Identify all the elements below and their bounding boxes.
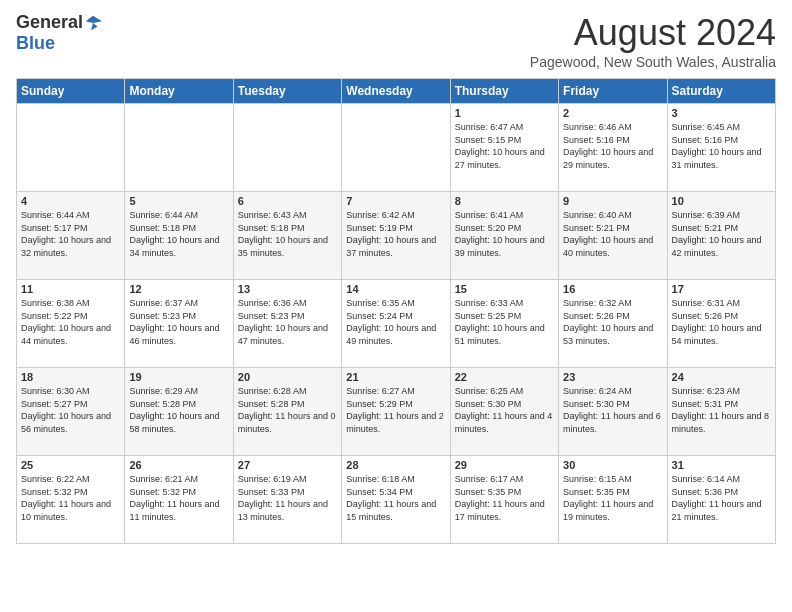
day-number: 9 [563,195,662,207]
day-info: Sunrise: 6:37 AM Sunset: 5:23 PM Dayligh… [129,297,228,347]
day-info: Sunrise: 6:19 AM Sunset: 5:33 PM Dayligh… [238,473,337,523]
day-info: Sunrise: 6:47 AM Sunset: 5:15 PM Dayligh… [455,121,554,171]
day-number: 31 [672,459,771,471]
day-info: Sunrise: 6:38 AM Sunset: 5:22 PM Dayligh… [21,297,120,347]
day-number: 2 [563,107,662,119]
day-number: 6 [238,195,337,207]
day-info: Sunrise: 6:45 AM Sunset: 5:16 PM Dayligh… [672,121,771,171]
day-number: 3 [672,107,771,119]
title-area: August 2024 Pagewood, New South Wales, A… [530,12,776,70]
table-row: 4Sunrise: 6:44 AM Sunset: 5:17 PM Daylig… [17,192,125,280]
table-row: 22Sunrise: 6:25 AM Sunset: 5:30 PM Dayli… [450,368,558,456]
table-row: 31Sunrise: 6:14 AM Sunset: 5:36 PM Dayli… [667,456,775,544]
day-info: Sunrise: 6:41 AM Sunset: 5:20 PM Dayligh… [455,209,554,259]
day-number: 18 [21,371,120,383]
table-row: 25Sunrise: 6:22 AM Sunset: 5:32 PM Dayli… [17,456,125,544]
table-row: 26Sunrise: 6:21 AM Sunset: 5:32 PM Dayli… [125,456,233,544]
table-row [233,104,341,192]
location-title: Pagewood, New South Wales, Australia [530,54,776,70]
day-number: 8 [455,195,554,207]
day-info: Sunrise: 6:32 AM Sunset: 5:26 PM Dayligh… [563,297,662,347]
week-row-0: 1Sunrise: 6:47 AM Sunset: 5:15 PM Daylig… [17,104,776,192]
table-row [17,104,125,192]
day-info: Sunrise: 6:18 AM Sunset: 5:34 PM Dayligh… [346,473,445,523]
day-number: 27 [238,459,337,471]
day-info: Sunrise: 6:25 AM Sunset: 5:30 PM Dayligh… [455,385,554,435]
day-number: 16 [563,283,662,295]
day-info: Sunrise: 6:22 AM Sunset: 5:32 PM Dayligh… [21,473,120,523]
calendar-table: Sunday Monday Tuesday Wednesday Thursday… [16,78,776,544]
table-row: 16Sunrise: 6:32 AM Sunset: 5:26 PM Dayli… [559,280,667,368]
day-number: 25 [21,459,120,471]
day-info: Sunrise: 6:44 AM Sunset: 5:18 PM Dayligh… [129,209,228,259]
day-info: Sunrise: 6:24 AM Sunset: 5:30 PM Dayligh… [563,385,662,435]
day-info: Sunrise: 6:30 AM Sunset: 5:27 PM Dayligh… [21,385,120,435]
table-row: 2Sunrise: 6:46 AM Sunset: 5:16 PM Daylig… [559,104,667,192]
day-number: 4 [21,195,120,207]
day-info: Sunrise: 6:28 AM Sunset: 5:28 PM Dayligh… [238,385,337,435]
table-row: 21Sunrise: 6:27 AM Sunset: 5:29 PM Dayli… [342,368,450,456]
col-monday: Monday [125,79,233,104]
day-number: 14 [346,283,445,295]
day-number: 13 [238,283,337,295]
table-row [342,104,450,192]
header: General Blue August 2024 Pagewood, New S… [16,12,776,70]
col-wednesday: Wednesday [342,79,450,104]
day-info: Sunrise: 6:40 AM Sunset: 5:21 PM Dayligh… [563,209,662,259]
day-info: Sunrise: 6:15 AM Sunset: 5:35 PM Dayligh… [563,473,662,523]
day-number: 30 [563,459,662,471]
day-number: 20 [238,371,337,383]
day-info: Sunrise: 6:46 AM Sunset: 5:16 PM Dayligh… [563,121,662,171]
day-number: 23 [563,371,662,383]
day-number: 12 [129,283,228,295]
col-tuesday: Tuesday [233,79,341,104]
day-info: Sunrise: 6:33 AM Sunset: 5:25 PM Dayligh… [455,297,554,347]
table-row: 14Sunrise: 6:35 AM Sunset: 5:24 PM Dayli… [342,280,450,368]
table-row: 23Sunrise: 6:24 AM Sunset: 5:30 PM Dayli… [559,368,667,456]
day-info: Sunrise: 6:29 AM Sunset: 5:28 PM Dayligh… [129,385,228,435]
day-number: 28 [346,459,445,471]
table-row: 3Sunrise: 6:45 AM Sunset: 5:16 PM Daylig… [667,104,775,192]
table-row: 10Sunrise: 6:39 AM Sunset: 5:21 PM Dayli… [667,192,775,280]
day-info: Sunrise: 6:17 AM Sunset: 5:35 PM Dayligh… [455,473,554,523]
day-info: Sunrise: 6:31 AM Sunset: 5:26 PM Dayligh… [672,297,771,347]
table-row: 7Sunrise: 6:42 AM Sunset: 5:19 PM Daylig… [342,192,450,280]
day-info: Sunrise: 6:21 AM Sunset: 5:32 PM Dayligh… [129,473,228,523]
table-row: 12Sunrise: 6:37 AM Sunset: 5:23 PM Dayli… [125,280,233,368]
table-row: 18Sunrise: 6:30 AM Sunset: 5:27 PM Dayli… [17,368,125,456]
week-row-3: 18Sunrise: 6:30 AM Sunset: 5:27 PM Dayli… [17,368,776,456]
table-row: 6Sunrise: 6:43 AM Sunset: 5:18 PM Daylig… [233,192,341,280]
logo-general-text: General [16,12,83,33]
week-row-1: 4Sunrise: 6:44 AM Sunset: 5:17 PM Daylig… [17,192,776,280]
table-row: 29Sunrise: 6:17 AM Sunset: 5:35 PM Dayli… [450,456,558,544]
week-row-4: 25Sunrise: 6:22 AM Sunset: 5:32 PM Dayli… [17,456,776,544]
logo-blue-text: Blue [16,33,55,54]
day-info: Sunrise: 6:43 AM Sunset: 5:18 PM Dayligh… [238,209,337,259]
col-thursday: Thursday [450,79,558,104]
table-row: 5Sunrise: 6:44 AM Sunset: 5:18 PM Daylig… [125,192,233,280]
table-row: 11Sunrise: 6:38 AM Sunset: 5:22 PM Dayli… [17,280,125,368]
day-number: 21 [346,371,445,383]
day-number: 19 [129,371,228,383]
day-info: Sunrise: 6:36 AM Sunset: 5:23 PM Dayligh… [238,297,337,347]
day-number: 24 [672,371,771,383]
table-row: 30Sunrise: 6:15 AM Sunset: 5:35 PM Dayli… [559,456,667,544]
logo: General Blue [16,12,102,54]
day-number: 26 [129,459,228,471]
day-info: Sunrise: 6:42 AM Sunset: 5:19 PM Dayligh… [346,209,445,259]
calendar-header-row: Sunday Monday Tuesday Wednesday Thursday… [17,79,776,104]
day-number: 11 [21,283,120,295]
day-number: 10 [672,195,771,207]
table-row: 24Sunrise: 6:23 AM Sunset: 5:31 PM Dayli… [667,368,775,456]
day-info: Sunrise: 6:27 AM Sunset: 5:29 PM Dayligh… [346,385,445,435]
table-row: 13Sunrise: 6:36 AM Sunset: 5:23 PM Dayli… [233,280,341,368]
day-number: 15 [455,283,554,295]
col-sunday: Sunday [17,79,125,104]
day-info: Sunrise: 6:44 AM Sunset: 5:17 PM Dayligh… [21,209,120,259]
col-friday: Friday [559,79,667,104]
day-info: Sunrise: 6:14 AM Sunset: 5:36 PM Dayligh… [672,473,771,523]
table-row: 19Sunrise: 6:29 AM Sunset: 5:28 PM Dayli… [125,368,233,456]
table-row: 9Sunrise: 6:40 AM Sunset: 5:21 PM Daylig… [559,192,667,280]
day-number: 7 [346,195,445,207]
table-row: 1Sunrise: 6:47 AM Sunset: 5:15 PM Daylig… [450,104,558,192]
